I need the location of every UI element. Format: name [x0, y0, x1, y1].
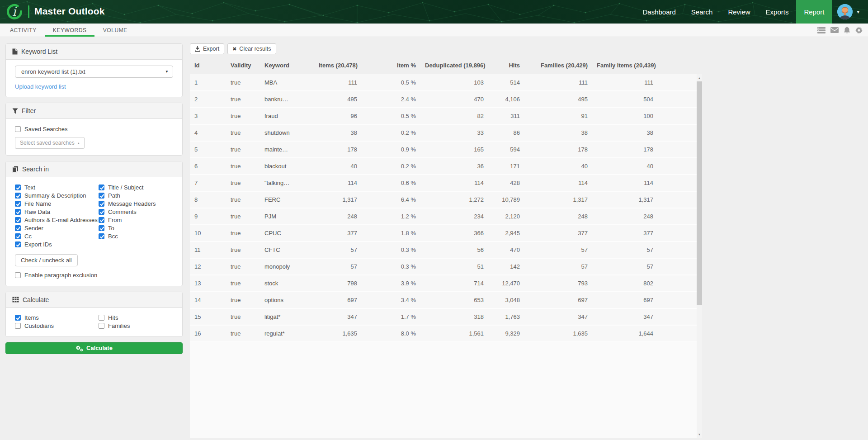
column-header[interactable]: Item % [362, 58, 420, 74]
search-field-checkbox[interactable] [15, 217, 21, 223]
search-field-checkbox[interactable] [15, 233, 21, 239]
column-header[interactable]: Keyword [260, 58, 314, 74]
report-tab[interactable]: VOLUME [95, 24, 135, 37]
search-field-checkbox-row[interactable]: Raw Data [15, 208, 99, 215]
mail-icon[interactable] [830, 27, 839, 33]
calculate-option-row[interactable]: Hits [99, 314, 130, 321]
table-row[interactable]: 16 true regulat* 1,635 8.0 % 1,561 9,329… [190, 325, 697, 342]
calculate-option-label: Items [24, 314, 39, 321]
search-field-checkbox-row[interactable]: Message Headers [99, 200, 156, 207]
search-field-checkbox-row[interactable]: From [99, 217, 156, 223]
table-row[interactable]: 1 true MBA 111 0.5 % 103 514 111 111 [190, 74, 697, 91]
search-field-checkbox[interactable] [99, 209, 104, 215]
table-row[interactable]: 5 true mainte… 178 0.9 % 165 594 178 178 [190, 141, 697, 158]
column-header[interactable]: Id [190, 58, 226, 74]
search-field-checkbox-row[interactable]: Comments [99, 208, 156, 215]
table-row[interactable]: 11 true CFTC 57 0.3 % 56 470 57 57 [190, 241, 697, 258]
scrollbar-thumb[interactable] [697, 81, 702, 305]
cell-keyword: shutdown [260, 124, 314, 141]
chevron-down-icon[interactable]: ▾ [857, 9, 859, 15]
table-row[interactable]: 3 true fraud 96 0.5 % 82 311 91 100 [190, 108, 697, 124]
report-tab[interactable]: ACTIVITY [2, 24, 44, 37]
calculate-option-checkbox[interactable] [99, 323, 104, 329]
brand[interactable]: i Master Outlook [0, 0, 105, 24]
column-header[interactable]: Items (20,478) [314, 58, 362, 74]
search-field-checkbox-row[interactable]: File Name [15, 200, 99, 207]
search-field-checkbox-row[interactable]: Bcc [99, 233, 156, 240]
nav-item[interactable]: Report [796, 0, 832, 24]
saved-searches-select[interactable]: Select saved searches ▴ [15, 137, 85, 149]
calculate-button[interactable]: Calculate [5, 342, 183, 354]
search-field-checkbox[interactable] [15, 193, 21, 199]
search-field-checkbox-row[interactable]: Authors & E-mail Addresses [15, 217, 99, 223]
search-field-checkbox[interactable] [15, 185, 21, 190]
clear-results-button[interactable]: ✖ Clear results [227, 43, 276, 54]
table-row[interactable]: 13 true stock 798 3.9 % 714 12,470 793 8… [190, 275, 697, 292]
search-field-checkbox[interactable] [15, 225, 21, 231]
table-row[interactable]: 8 true FERC 1,317 6.4 % 1,272 10,789 1,3… [190, 191, 697, 208]
search-field-checkbox[interactable] [15, 241, 21, 247]
search-field-checkbox[interactable] [99, 201, 104, 207]
search-field-checkbox[interactable] [99, 233, 104, 239]
paragraph-exclusion-checkbox[interactable] [15, 272, 21, 278]
search-field-checkbox[interactable] [99, 225, 104, 231]
paragraph-exclusion-row[interactable]: Enable paragraph exclusion [15, 272, 173, 279]
search-field-checkbox-row[interactable]: Title / Subject [99, 184, 156, 191]
search-field-checkbox-row[interactable]: To [99, 225, 156, 232]
cell-items: 347 [314, 308, 362, 325]
calculate-option-row[interactable]: Custodians [15, 322, 99, 329]
column-header[interactable]: Hits [488, 58, 524, 74]
calculate-option-row[interactable]: Items [15, 314, 99, 321]
nav-item[interactable]: Exports [758, 0, 797, 24]
calculate-option-row[interactable]: Families [99, 322, 130, 329]
table-row[interactable]: 7 true "talking… 114 0.6 % 114 428 114 1… [190, 175, 697, 191]
saved-searches-checkbox[interactable] [15, 126, 21, 132]
search-field-checkbox-row[interactable]: Summary & Description [15, 192, 99, 199]
avatar[interactable] [837, 4, 853, 19]
nav-item[interactable]: Dashboard [635, 0, 683, 24]
export-button[interactable]: Export [190, 43, 224, 54]
search-field-checkbox[interactable] [99, 185, 104, 190]
column-header[interactable]: Validity [226, 58, 260, 74]
column-header[interactable]: Deduplicated (19,896) [420, 58, 488, 74]
table-row[interactable]: 2 true bankru… 495 2.4 % 470 4,106 495 5… [190, 91, 697, 108]
table-row[interactable]: 14 true options 697 3.4 % 653 3,048 697 … [190, 292, 697, 308]
search-field-checkbox-row[interactable]: Path [99, 192, 156, 199]
search-field-checkbox-row[interactable]: Export IDs [15, 241, 99, 248]
bell-icon[interactable] [844, 27, 850, 34]
calculate-option-checkbox[interactable] [99, 315, 104, 321]
calculate-option-checkbox[interactable] [15, 323, 21, 329]
table-row[interactable]: 10 true CPUC 377 1.8 % 366 2,945 377 377 [190, 225, 697, 241]
report-tab[interactable]: KEYWORDS [45, 24, 94, 37]
table-row[interactable]: 9 true PJM 248 1.2 % 234 2,120 248 248 [190, 208, 697, 225]
cell-id: 13 [190, 275, 226, 292]
column-header[interactable]: Family items (20,439) [592, 58, 658, 74]
search-field-checkbox-row[interactable]: Cc [15, 233, 99, 240]
column-header[interactable]: Families (20,429) [524, 58, 592, 74]
nav-item[interactable]: Search [684, 0, 721, 24]
calculate-option-checkbox[interactable] [15, 315, 21, 321]
upload-keyword-list-link[interactable]: Upload keyword list [15, 83, 66, 90]
search-field-checkbox[interactable] [99, 217, 104, 223]
filter-body: Saved Searches Select saved searches ▴ [6, 119, 182, 155]
gear-icon[interactable] [855, 27, 863, 34]
keyword-list-select[interactable]: enron keyword list (1).txt ▼ [15, 66, 173, 78]
nav-item[interactable]: Review [720, 0, 758, 24]
table-row[interactable]: 15 true litigat* 347 1.7 % 318 1,763 347… [190, 308, 697, 325]
table-row[interactable]: 12 true monopoly 57 0.3 % 51 142 57 57 [190, 258, 697, 275]
scroll-up-arrow[interactable]: ▲ [697, 75, 702, 81]
clear-results-label: Clear results [239, 46, 271, 52]
table-row[interactable]: 6 true blackout 40 0.2 % 36 171 40 40 [190, 158, 697, 175]
saved-searches-checkbox-row[interactable]: Saved Searches [15, 126, 173, 132]
search-field-checkbox[interactable] [99, 193, 104, 199]
vertical-scrollbar[interactable]: ▲ ▼ [697, 74, 702, 438]
check-uncheck-all-button[interactable]: Check / uncheck all [15, 254, 78, 266]
search-field-checkbox[interactable] [15, 209, 21, 215]
scroll-down-arrow[interactable]: ▼ [697, 431, 702, 437]
search-field-checkbox[interactable] [15, 201, 21, 207]
table-row[interactable]: 4 true shutdown 38 0.2 % 33 86 38 38 [190, 124, 697, 141]
user-menu[interactable]: ▾ [832, 0, 868, 24]
list-icon[interactable] [817, 27, 826, 33]
search-field-checkbox-row[interactable]: Text [15, 184, 99, 191]
search-field-checkbox-row[interactable]: Sender [15, 225, 99, 232]
